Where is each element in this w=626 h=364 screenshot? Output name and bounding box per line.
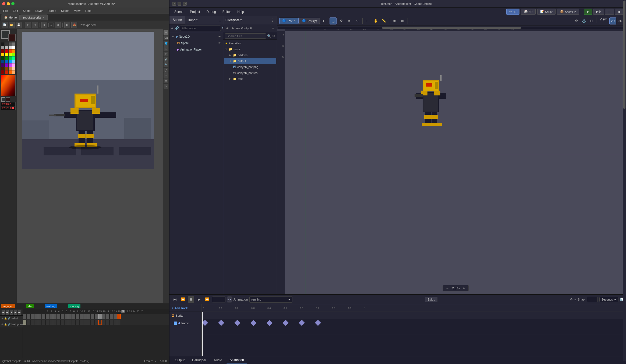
add-node-btn[interactable]: + <box>171 25 173 31</box>
audio-tab[interactable]: Audio <box>211 357 225 363</box>
swatch-13[interactable] <box>1 53 4 56</box>
contour-tool[interactable]: ⊂ <box>164 78 168 83</box>
swatch-27[interactable] <box>9 63 12 67</box>
anim-name-dropdown[interactable]: running ▼ <box>249 296 292 303</box>
fs-test[interactable]: ▶ 📁 test <box>224 76 276 82</box>
swatch-26[interactable] <box>5 63 8 67</box>
swatch-9[interactable] <box>1 49 4 53</box>
sprite-settings-btn[interactable]: 🖼 <box>64 22 70 28</box>
snap2-btn[interactable]: ⊞ <box>399 17 406 24</box>
kf-7[interactable] <box>299 320 305 326</box>
playhead[interactable] <box>202 312 203 356</box>
pencil-tool[interactable]: ✏ <box>164 30 168 35</box>
cell-bg-1[interactable] <box>23 320 27 325</box>
fs-canyon-bat-res[interactable]: 🎮 canyon_bat.res <box>224 70 276 76</box>
cell-bg-18[interactable] <box>87 320 91 325</box>
cell-bg-2[interactable] <box>27 320 30 325</box>
cell-bg-22[interactable] <box>102 320 106 325</box>
link-btn[interactable]: 🔗 <box>174 25 179 31</box>
godot-menu-debug[interactable]: Debug <box>204 9 218 15</box>
select-tool-btn[interactable]: ⬚ <box>330 17 337 24</box>
menu-help[interactable]: Help <box>83 9 94 13</box>
swatch-5[interactable] <box>1 46 4 49</box>
menu-sprite[interactable]: Sprite <box>21 9 33 13</box>
kf-2[interactable] <box>218 320 224 326</box>
cell-r-5[interactable] <box>38 314 42 319</box>
anim-prev-btn[interactable]: ⏮ <box>172 296 178 303</box>
cell-r-15[interactable] <box>76 314 79 319</box>
menu-edit[interactable]: Edit <box>11 9 20 13</box>
mode-script-btn[interactable]: 📝 Script <box>537 9 556 15</box>
track-frame-label[interactable]: ◆ frame <box>169 319 201 327</box>
kf-4[interactable] <box>250 320 257 326</box>
tab-robot[interactable]: robot.aseprite ✕ <box>20 15 47 20</box>
anim-fwd-btn[interactable]: ⏩ <box>204 296 210 303</box>
tag-walking[interactable]: walking <box>45 304 57 308</box>
swatch-extra-1[interactable] <box>1 70 4 74</box>
mode-3d-btn[interactable]: 🎲 3D <box>521 9 536 15</box>
cell-bg-21[interactable] <box>98 320 102 325</box>
tl-frame-row[interactable] <box>202 319 626 327</box>
hex-bg-value[interactable]: #2f1313 <box>2 107 11 109</box>
fill-tool[interactable]: 🪣 <box>164 41 168 46</box>
cell-bg-25[interactable] <box>113 320 117 325</box>
kf-6[interactable] <box>283 320 289 326</box>
tree-item-sprite[interactable]: 🖼 Sprite 👁 <box>171 40 222 46</box>
close-btn[interactable] <box>2 2 5 5</box>
kf-1[interactable] <box>202 320 208 326</box>
test-tab[interactable]: 🔵 Test ✕ <box>279 18 299 24</box>
animation-tab[interactable]: Animation <box>226 357 247 363</box>
zoom-minus-btn[interactable]: − <box>445 286 450 291</box>
anim-play-btn[interactable]: ▶ <box>196 296 202 303</box>
debugger-tab[interactable]: Debugger <box>189 357 210 363</box>
cell-r-16[interactable] <box>79 314 83 319</box>
cell-r-19[interactable] <box>91 314 94 319</box>
canvas-viewport[interactable]: ⤡ <box>17 29 169 303</box>
tag-idle[interactable]: idle <box>26 304 34 308</box>
cell-bg-23[interactable] <box>106 320 109 325</box>
add-tab-btn[interactable]: + <box>320 18 326 24</box>
redo-btn[interactable]: ↪ <box>32 22 38 28</box>
fs-filter-icon[interactable]: ⚙ <box>272 34 275 38</box>
bg-layer-lock-icon[interactable]: 🔒 <box>4 323 7 326</box>
minimize-btn[interactable] <box>7 2 10 5</box>
bg-layer-link-icon[interactable]: 🔗 <box>8 323 10 326</box>
eyedrop-tool[interactable]: 💉 <box>164 57 168 62</box>
cell-r-6[interactable] <box>42 314 45 319</box>
cell-bg-8[interactable] <box>49 320 53 325</box>
robot-frame-cells[interactable] <box>23 313 169 319</box>
swatch-16[interactable] <box>12 53 15 56</box>
anim-edit-btn[interactable]: Edit... <box>425 297 437 302</box>
cell-bg-11[interactable] <box>61 320 64 325</box>
swatch-15[interactable] <box>9 53 12 56</box>
swatch-17[interactable] <box>1 56 4 60</box>
shape-tool[interactable]: □ <box>164 73 168 78</box>
undo-btn[interactable]: ↩ <box>25 22 31 28</box>
godot-menu-project[interactable]: Project <box>187 9 203 15</box>
anim-time-input[interactable]: 0 <box>212 297 225 302</box>
swatch-32[interactable] <box>12 67 15 70</box>
cell-bg-4[interactable] <box>34 320 38 325</box>
swatch-20[interactable] <box>12 56 15 60</box>
more-vp-btn[interactable]: ⋮ <box>409 17 416 24</box>
fs-canyon-bat-png[interactable]: 🖼 canyon_bat.png <box>224 64 276 70</box>
swatch-19[interactable] <box>9 56 12 60</box>
cell-bg-12[interactable] <box>64 320 68 325</box>
cell-bg-9[interactable] <box>53 320 57 325</box>
swatch-23[interactable] <box>9 60 12 63</box>
cell-r-26[interactable] <box>117 314 121 319</box>
swatch-12[interactable] <box>12 49 15 53</box>
swatch-1[interactable] <box>1 42 4 46</box>
cell-r-14[interactable] <box>72 314 76 319</box>
time-stepper[interactable]: ▲▼ <box>227 297 232 302</box>
pause-btn[interactable]: ⏸ <box>605 9 614 15</box>
hex-label-fg[interactable]: #2f3232 <box>1 102 16 106</box>
cell-bg-6[interactable] <box>42 320 45 325</box>
export-btn[interactable]: 📤 <box>71 22 77 28</box>
swatch-extra-3[interactable] <box>9 70 12 74</box>
menu-view[interactable]: View <box>72 9 83 13</box>
mode-assetlib-btn[interactable]: 📦 AssetLib <box>557 9 579 15</box>
move-tool[interactable]: ✥ <box>164 52 168 56</box>
vp-settings-btn[interactable]: ⚙ <box>573 17 580 24</box>
fs-forward-btn[interactable]: ▶ <box>230 26 236 31</box>
